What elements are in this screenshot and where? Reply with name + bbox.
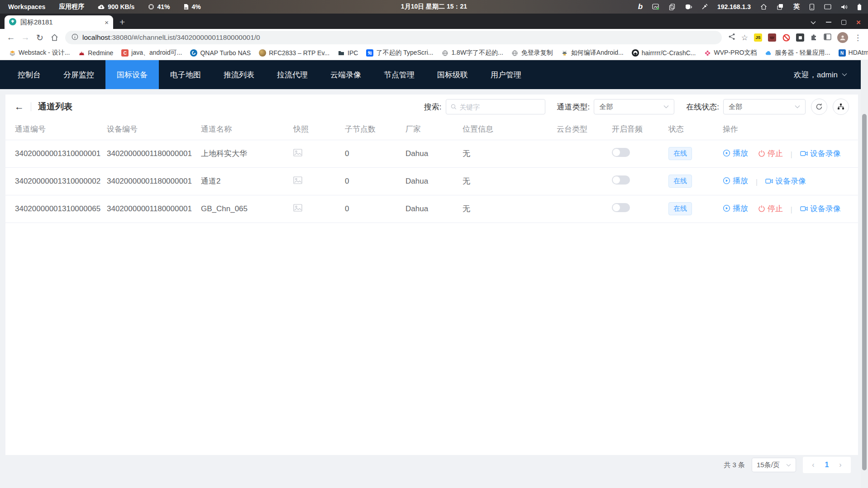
extension-js-icon[interactable]: JS xyxy=(754,33,762,42)
stop-button[interactable]: 停止 xyxy=(758,148,783,159)
snapshot-thumbnail[interactable] xyxy=(293,150,302,158)
back-button[interactable]: ← xyxy=(4,30,18,45)
bookmark-rfc2833[interactable]: RFC2833 – RTP Ev... xyxy=(255,48,334,58)
bookmark-18w-article[interactable]: 1.8W字了不起的... xyxy=(437,47,507,58)
bookmark-typescript-zhihu[interactable]: 知 了不起的 TypeScri... xyxy=(362,47,437,58)
bookmark-compile-android[interactable]: 如何编译Android... xyxy=(557,47,628,58)
play-button[interactable]: 播放 xyxy=(723,203,748,213)
nav-item-split-monitor[interactable]: 分屏监控 xyxy=(52,60,105,89)
bookmark-webstack[interactable]: Webstack - 设计... xyxy=(5,47,74,58)
scrollbar-thumb[interactable] xyxy=(862,114,867,470)
tab-close-icon[interactable]: × xyxy=(105,19,109,26)
refresh-button[interactable] xyxy=(811,99,827,115)
bookmark-copy-free[interactable]: 免登录复制 xyxy=(507,47,557,58)
share-icon[interactable] xyxy=(728,33,735,42)
extensions-puzzle-icon[interactable] xyxy=(810,33,818,43)
nav-item-node-manage[interactable]: 节点管理 xyxy=(372,60,426,89)
browser-menu-icon[interactable]: ⋮ xyxy=(854,33,862,43)
reload-button[interactable]: ↻ xyxy=(33,30,47,45)
next-page-button[interactable]: › xyxy=(834,461,847,469)
extension-blocker-icon[interactable] xyxy=(782,33,790,42)
forward-button[interactable]: → xyxy=(18,30,33,45)
bookmark-redmine[interactable]: Redmine xyxy=(74,48,117,58)
nav-item-e-map[interactable]: 电子地图 xyxy=(159,60,212,89)
profile-avatar[interactable] xyxy=(837,32,848,43)
bookmark-lighthouse-server[interactable]: 服务器 - 轻量应用... xyxy=(761,47,834,58)
home-tray-icon[interactable] xyxy=(760,4,767,10)
applications-menu[interactable]: 应用程序 xyxy=(59,3,84,11)
workspaces-menu[interactable]: Workspaces xyxy=(8,3,45,10)
address-bar[interactable]: localhost:38080/#/channelList/3402000000… xyxy=(65,31,722,44)
device-id-cell: 34020000001180000001 xyxy=(101,195,196,223)
prev-page-button[interactable]: ‹ xyxy=(806,461,820,469)
screenshot-tray-icon[interactable] xyxy=(652,4,659,10)
nav-item-cloud-record[interactable]: 云端录像 xyxy=(319,60,372,89)
stop-button[interactable]: 停止 xyxy=(758,204,783,214)
site-info-icon[interactable] xyxy=(72,33,78,42)
bookmark-star-icon[interactable]: ☆ xyxy=(741,33,748,43)
play-button[interactable]: 播放 xyxy=(723,148,748,158)
browser-tab[interactable]: 国标28181 × xyxy=(5,15,113,29)
bookmark-hdatmos[interactable]: N HDAtmos :: 种子 *... xyxy=(835,47,868,58)
user-menu[interactable]: 欢迎，admin xyxy=(794,60,868,89)
input-method-indicator[interactable]: 英 xyxy=(793,3,800,11)
nav-item-pull-proxy[interactable]: 拉流代理 xyxy=(266,60,319,89)
nav-item-gb-device[interactable]: 国标设备 xyxy=(105,60,159,89)
play-button[interactable]: 播放 xyxy=(723,175,748,186)
bookmark-ipc[interactable]: IPC xyxy=(334,48,362,58)
channel-type-select[interactable]: 全部 xyxy=(594,99,674,114)
battery-icon[interactable] xyxy=(857,4,862,10)
coffee-tray-icon[interactable] xyxy=(685,4,692,10)
volume-icon[interactable] xyxy=(841,4,848,10)
audio-toggle[interactable] xyxy=(612,148,630,157)
home-button[interactable] xyxy=(47,30,62,45)
snapshot-thumbnail[interactable] xyxy=(293,205,302,213)
clipboard-tray-icon[interactable] xyxy=(669,4,675,10)
webstack-layers-icon xyxy=(9,49,16,57)
location-cell: 无 xyxy=(457,195,551,223)
manufacturer-cell: Dahua xyxy=(400,140,457,167)
network-speed-indicator[interactable]: 900 KB/s xyxy=(98,3,134,10)
online-status-select[interactable]: 全部 xyxy=(723,99,806,114)
search-input[interactable] xyxy=(459,103,540,111)
bookmark-github-crash[interactable]: hairrrrr/C-CrashC... xyxy=(628,48,700,58)
bing-tray-icon[interactable]: b xyxy=(638,2,643,11)
bookmark-wvp-docs[interactable]: WVP-PRO文档 xyxy=(700,47,761,58)
nav-item-user-manage[interactable]: 用户管理 xyxy=(479,60,533,89)
nav-item-push-list[interactable]: 推流列表 xyxy=(212,60,266,89)
nav-item-console[interactable]: 控制台 xyxy=(6,60,52,89)
device-record-button[interactable]: 设备录像 xyxy=(800,204,841,214)
windows-tray-icon[interactable] xyxy=(777,4,784,10)
memory-usage-indicator[interactable]: 4% xyxy=(183,3,200,10)
page-size-select[interactable]: 15条/页 xyxy=(752,458,796,472)
new-tab-button[interactable]: + xyxy=(119,17,125,28)
search-input-box[interactable] xyxy=(446,99,545,114)
ptz-type-cell xyxy=(551,195,606,223)
bookmark-qnap[interactable]: QNAP Turbo NAS xyxy=(186,48,255,58)
display-icon[interactable] xyxy=(824,4,831,10)
nav-item-gb-cascade[interactable]: 国标级联 xyxy=(426,60,479,89)
extension-mask-icon[interactable] xyxy=(768,33,776,42)
ip-address-indicator[interactable]: 192.168.1.3 xyxy=(717,3,751,10)
window-close-button[interactable]: × xyxy=(856,19,861,26)
device-record-button[interactable]: 设备录像 xyxy=(765,176,806,186)
audio-toggle[interactable] xyxy=(612,203,630,212)
tab-search-icon[interactable] xyxy=(811,18,816,26)
clock-menu[interactable]: 1月10日 星期二 15：21 xyxy=(401,3,467,11)
phone-link-icon[interactable] xyxy=(809,4,815,10)
scrollbar-track[interactable] xyxy=(861,60,868,488)
window-maximize-button[interactable] xyxy=(841,20,846,25)
snapshot-thumbnail[interactable] xyxy=(293,177,302,186)
color-picker-tray-icon[interactable] xyxy=(701,4,708,10)
current-page-button[interactable]: 1 xyxy=(820,461,834,469)
back-arrow-button[interactable]: ← xyxy=(14,101,24,112)
side-panel-icon[interactable] xyxy=(824,33,831,42)
device-tree-button[interactable] xyxy=(833,99,849,115)
location-cell: 无 xyxy=(457,140,551,167)
device-record-button[interactable]: 设备录像 xyxy=(800,148,841,159)
bookmark-java-android[interactable]: C java、android可... xyxy=(117,47,186,58)
window-minimize-button[interactable] xyxy=(826,22,831,23)
audio-toggle[interactable] xyxy=(612,175,630,185)
extension-screenshot-icon[interactable] xyxy=(796,33,804,42)
cpu-usage-indicator[interactable]: 41% xyxy=(148,3,170,10)
